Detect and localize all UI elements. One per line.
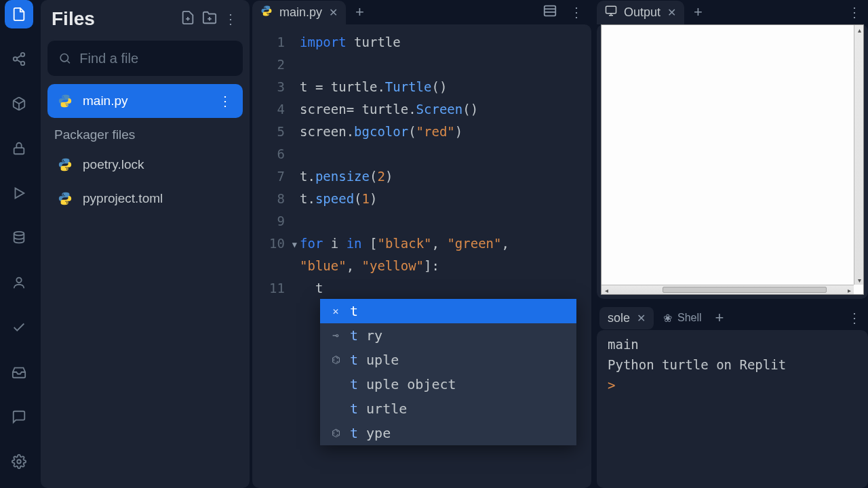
- svg-point-1: [14, 57, 18, 61]
- autocomplete-item[interactable]: ⌬type: [320, 421, 576, 445]
- file-item-pyproject[interactable]: pyproject.toml: [47, 182, 243, 216]
- tab-label: Shell: [677, 312, 702, 324]
- database-icon[interactable]: [5, 224, 33, 252]
- editor-more-icon[interactable]: [570, 4, 585, 20]
- svg-line-3: [17, 56, 21, 58]
- svg-point-15: [60, 54, 68, 62]
- run-icon[interactable]: [5, 179, 33, 207]
- shell-icon: ❀: [663, 312, 672, 325]
- scrollbar-horizontal[interactable]: ◂ ▸: [601, 285, 854, 294]
- output-panel: ▴ ▾ ◂ ▸: [597, 24, 868, 299]
- editor-tab[interactable]: main.py ✕: [252, 1, 346, 24]
- monitor-icon: [605, 5, 617, 20]
- scrollbar-vertical[interactable]: ▴ ▾: [854, 25, 863, 285]
- file-item-main[interactable]: main.py: [47, 84, 243, 118]
- package-icon[interactable]: [5, 89, 33, 118]
- svg-line-16: [67, 61, 70, 64]
- svg-point-10: [17, 460, 21, 464]
- scroll-down-icon[interactable]: ▾: [854, 275, 864, 285]
- python-icon: [57, 93, 73, 109]
- packager-files-label: Packager files: [47, 118, 243, 148]
- console-output[interactable]: main Python turtle on Replit >: [597, 330, 868, 399]
- svg-point-0: [21, 53, 25, 57]
- add-tab-button[interactable]: +: [690, 3, 707, 21]
- lock-icon[interactable]: [5, 134, 33, 163]
- share-icon[interactable]: [5, 45, 33, 73]
- console-line: Python turtle on Replit: [608, 354, 857, 375]
- right-column: Output ✕ + ▴ ▾ ◂ ▸ sole ✕ ❀ Shell +: [597, 0, 868, 488]
- tab-label: main.py: [279, 5, 322, 20]
- close-icon[interactable]: ✕: [329, 6, 338, 19]
- svg-point-9: [16, 278, 21, 283]
- files-icon[interactable]: [5, 0, 33, 28]
- svg-rect-6: [14, 148, 24, 154]
- autocomplete-item[interactable]: tuple object: [320, 372, 576, 396]
- svg-point-2: [21, 62, 25, 66]
- file-item-more-icon[interactable]: [218, 93, 233, 109]
- file-item-label: poetry.lock: [83, 157, 144, 172]
- output-canvas[interactable]: ▴ ▾ ◂ ▸: [601, 24, 864, 295]
- output-tabs: Output ✕ +: [597, 0, 868, 24]
- console-line: main: [608, 334, 857, 354]
- shell-tab[interactable]: ❀ Shell: [659, 312, 706, 325]
- autocomplete-item[interactable]: ⌬tuple: [320, 348, 576, 372]
- scroll-left-icon[interactable]: ◂: [601, 285, 611, 295]
- close-icon[interactable]: ✕: [667, 6, 676, 19]
- scroll-right-icon[interactable]: ▸: [844, 285, 854, 295]
- check-icon[interactable]: [5, 313, 33, 342]
- python-icon: [57, 190, 73, 207]
- console-tab[interactable]: sole ✕: [599, 307, 654, 329]
- autocomplete-item[interactable]: turtle: [320, 396, 576, 421]
- svg-rect-20: [606, 6, 616, 14]
- tab-label: sole: [608, 311, 630, 325]
- file-item-label: main.py: [83, 94, 128, 108]
- files-title: Files: [52, 8, 95, 30]
- activity-bar: [0, 0, 38, 488]
- code-editor[interactable]: 12345678910▼ 11 import turtle t = turtle…: [252, 24, 591, 488]
- autocomplete-popup[interactable]: ✕t⊸try⌬tuple tuple object turtle⌬type: [320, 299, 576, 445]
- line-gutter: 12345678910▼ 11: [252, 31, 292, 300]
- add-tab-button[interactable]: +: [351, 3, 368, 21]
- file-item-label: pyproject.toml: [83, 191, 163, 206]
- code-content[interactable]: import turtle t = turtle.Turtle()screen=…: [300, 31, 585, 300]
- scroll-up-icon[interactable]: ▴: [854, 25, 864, 35]
- chat-icon[interactable]: [5, 403, 33, 431]
- files-panel: Files main.py Packager files poetry.lock…: [41, 0, 250, 488]
- layout-icon[interactable]: [542, 3, 557, 21]
- inbox-icon[interactable]: [5, 358, 33, 386]
- file-item-poetry[interactable]: poetry.lock: [47, 148, 243, 182]
- new-folder-icon[interactable]: [202, 10, 217, 28]
- output-more-icon[interactable]: [848, 4, 868, 20]
- settings-icon[interactable]: [5, 447, 33, 476]
- files-more-icon[interactable]: [224, 11, 239, 27]
- editor-panel: main.py ✕ + 12345678910▼ 11 import turtl…: [252, 0, 591, 488]
- python-icon: [260, 5, 273, 20]
- console-more-icon[interactable]: [848, 310, 868, 326]
- svg-rect-17: [545, 6, 556, 16]
- svg-point-8: [14, 232, 24, 236]
- python-icon: [57, 157, 73, 173]
- console-prompt: >: [608, 378, 615, 392]
- user-icon[interactable]: [5, 268, 33, 297]
- svg-line-4: [17, 60, 21, 62]
- tab-label: Output: [624, 5, 660, 20]
- console-tabs: sole ✕ ❀ Shell +: [597, 306, 868, 330]
- console-panel: main Python turtle on Replit >: [597, 330, 868, 488]
- file-search-input[interactable]: [79, 51, 232, 66]
- scroll-thumb[interactable]: [663, 287, 827, 293]
- autocomplete-item[interactable]: ✕t: [320, 299, 576, 323]
- add-tab-button[interactable]: +: [711, 309, 728, 327]
- editor-tabs: main.py ✕ +: [252, 0, 591, 24]
- new-file-icon[interactable]: [180, 10, 195, 28]
- output-tab[interactable]: Output ✕: [597, 1, 684, 24]
- file-search[interactable]: [47, 41, 243, 76]
- search-icon: [58, 51, 71, 66]
- close-icon[interactable]: ✕: [637, 312, 646, 325]
- autocomplete-item[interactable]: ⊸try: [320, 323, 576, 348]
- svg-marker-7: [16, 188, 24, 199]
